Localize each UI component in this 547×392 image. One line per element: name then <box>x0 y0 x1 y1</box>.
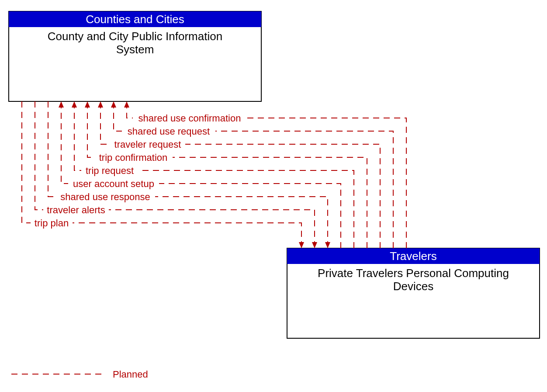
arrow-icon <box>111 101 116 108</box>
arrow-icon <box>85 101 90 108</box>
node-counties-and-cities: Counties and Cities County and City Publ… <box>9 11 261 101</box>
flow-label-text: shared use request <box>128 126 210 137</box>
box-header-text: Counties and Cities <box>86 13 184 26</box>
legend-label-planned: Planned <box>113 369 148 380</box>
box-body-line2: System <box>116 43 154 56</box>
arrow-icon <box>312 242 317 248</box>
flow-label-text: traveler request <box>114 139 181 150</box>
box-body-line2: Devices <box>393 280 433 293</box>
legend: Planned <box>11 369 148 380</box>
flow-label-text: shared use response <box>60 191 150 202</box>
arrow-icon <box>124 101 129 108</box>
arrow-icon <box>59 101 64 108</box>
flow-label-text: user account setup <box>73 178 154 189</box>
flow-label-text: shared use confirmation <box>138 113 241 124</box>
arrow-icon <box>325 242 330 248</box>
flow-label-text: trip request <box>86 165 134 176</box>
node-travelers: Travelers Private Travelers Personal Com… <box>287 248 540 338</box>
flow-label-text: trip plan <box>35 218 69 229</box>
arrow-icon <box>299 242 304 248</box>
arrow-icon <box>72 101 77 108</box>
architecture-flow-diagram: Counties and Cities County and City Publ… <box>0 0 547 392</box>
box-header-text: Travelers <box>390 250 436 263</box>
flow-label-text: trip confirmation <box>99 152 168 163</box>
flow-label-text: traveler alerts <box>47 205 105 215</box>
box-body-line1: County and City Public Information <box>48 30 222 43</box>
flow-shared-use-confirmation: shared use confirmation <box>124 101 406 248</box>
arrow-icon <box>98 101 103 108</box>
box-body-line1: Private Travelers Personal Computing <box>318 267 509 280</box>
